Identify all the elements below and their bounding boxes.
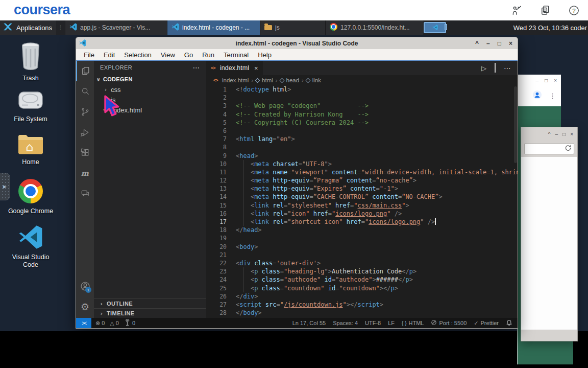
desktop-icon-trash[interactable]: Trash xyxy=(6,42,55,82)
line-number: 20 xyxy=(206,243,227,251)
code-editor[interactable]: 1<!doctype html>23<!-- Web page "codegen… xyxy=(206,85,518,318)
extensions-icon[interactable] xyxy=(76,143,94,163)
explorer-project-root[interactable]: ∨ CODEGEN xyxy=(94,74,206,84)
vscode-window-control[interactable]: × xyxy=(509,40,512,47)
explorer-more-actions[interactable]: ⋯ xyxy=(193,63,200,72)
remote-indicator[interactable]: >< xyxy=(76,318,91,328)
breadcrumb-separator: › xyxy=(302,77,304,83)
breadcrumb-index-html[interactable]: <>index.html xyxy=(213,77,249,83)
problems-errors[interactable]: ⊗ 0 xyxy=(95,320,105,327)
vscode-window-control[interactable]: – xyxy=(486,40,490,47)
vscode-icon xyxy=(18,225,43,251)
menu-view[interactable]: View xyxy=(156,50,180,60)
status-lf[interactable]: LF xyxy=(388,320,395,326)
menu-go[interactable]: Go xyxy=(180,50,198,60)
forwarded-ports[interactable]: 0 xyxy=(124,319,135,327)
desktop-icon-file-system[interactable]: File System xyxy=(6,90,55,123)
status-utf-8[interactable]: UTF-8 xyxy=(365,320,381,326)
help-icon[interactable]: ? xyxy=(568,4,580,16)
close-icon[interactable]: × xyxy=(254,64,258,72)
account-icon[interactable]: 1 xyxy=(76,276,94,296)
settings-gear-icon[interactable]: ⚙ xyxy=(76,296,94,317)
vscode-titlebar[interactable]: index.html - codegen - Visual Studio Cod… xyxy=(76,37,518,49)
menu-file[interactable]: File xyxy=(79,50,99,60)
vscode-window-control[interactable]: □ xyxy=(498,40,501,47)
taskbar-clock[interactable]: Wed 23 Oct, 10:36 coder xyxy=(513,20,587,35)
menu-selection[interactable]: Selection xyxy=(119,50,156,60)
svg-text:m: m xyxy=(81,169,89,177)
workspace-pager[interactable] xyxy=(424,22,446,33)
screen-panel-handle[interactable]: ▶ xyxy=(0,173,10,200)
tab-index-html[interactable]: <> index.html × xyxy=(206,61,263,75)
more-actions-button[interactable]: ⋯ xyxy=(504,63,511,73)
symbol-icon xyxy=(255,78,260,83)
secondary-window[interactable]: ^–□× xyxy=(521,127,578,341)
taskbar-window-app-js-scavenger-vis-[interactable]: app.js - Scavenger - Vis... xyxy=(65,20,167,35)
chrome-window-control[interactable]: – xyxy=(536,78,539,83)
address-field[interactable] xyxy=(524,143,574,154)
code-line-14: 14 <meta http-equiv=“CACHE-CONTROL” cont… xyxy=(206,193,518,201)
explorer-item-js[interactable]: ›js xyxy=(94,95,206,105)
line-number: 6 xyxy=(206,127,227,135)
chevron-down-icon: ∨ xyxy=(96,77,101,82)
status-prettier[interactable]: ✓Prettier xyxy=(474,320,499,327)
bell-icon xyxy=(506,319,512,327)
menu-edit[interactable]: Edit xyxy=(99,50,119,60)
chrome-menu-icon[interactable]: ⋮ xyxy=(549,92,556,100)
explorer-item-css[interactable]: ›css xyxy=(94,84,206,95)
breadcrumb-html[interactable]: html xyxy=(256,77,273,83)
line-number: 3 xyxy=(206,102,227,110)
taskbar-window-index-html-codegen-[interactable]: index.html - codegen - ... xyxy=(167,20,260,35)
status-port-5500[interactable]: Port : 5500 xyxy=(431,319,467,327)
circle-slash-icon xyxy=(431,319,437,327)
desktop-icon-google-chrome[interactable]: Google Chrome xyxy=(6,179,55,215)
documents-icon[interactable] xyxy=(539,4,551,16)
editor-scrollbar[interactable] xyxy=(514,86,517,163)
svg-text:⌂: ⌂ xyxy=(26,140,33,154)
secondary-window-statusbar xyxy=(521,330,577,341)
menu-help[interactable]: Help xyxy=(253,50,276,60)
status-bell-icon[interactable] xyxy=(506,319,512,327)
presenter-icon[interactable] xyxy=(510,4,523,16)
menu-terminal[interactable]: Terminal xyxy=(219,50,253,60)
secondary-window-control[interactable]: – xyxy=(555,131,558,137)
section-outline[interactable]: ›OUTLINE xyxy=(94,298,206,308)
explorer-item-index-html[interactable]: <>index.html xyxy=(94,105,206,115)
split-editor-button[interactable] xyxy=(495,63,496,73)
files-icon[interactable] xyxy=(76,61,94,81)
problems-warnings[interactable]: △ 0 xyxy=(110,320,119,327)
vscode-menubar: FileEditSelectionViewGoRunTerminalHelp xyxy=(76,49,518,60)
status-html[interactable]: { }HTML xyxy=(402,320,424,326)
chrome-window-control[interactable]: × xyxy=(554,78,557,83)
source-control-icon[interactable] xyxy=(76,102,94,122)
secondary-window-control[interactable]: □ xyxy=(562,131,566,137)
secondary-window-control[interactable]: ^ xyxy=(548,131,551,137)
indent-guide xyxy=(243,267,243,292)
taskbar-window-js[interactable]: js xyxy=(260,20,325,35)
vscode-window-control[interactable]: ^ xyxy=(475,40,479,47)
applications-menu-button[interactable]: Applications xyxy=(0,20,56,35)
status-spaces-4[interactable]: Spaces: 4 xyxy=(333,320,358,326)
vscode-window-controls: ^–□× xyxy=(475,37,512,49)
refresh-icon[interactable] xyxy=(565,144,572,153)
section-timeline[interactable]: ›TIMELINE xyxy=(94,308,206,318)
run-debug-icon[interactable] xyxy=(76,122,94,143)
status-ln-17-col-55[interactable]: Ln 17, Col 55 xyxy=(292,320,326,326)
search-icon[interactable] xyxy=(76,81,94,102)
desktop-icon-visual-studio-code[interactable]: Visual Studio Code xyxy=(6,225,55,269)
chrome-window-control[interactable]: □ xyxy=(545,78,548,83)
vscode-body: m1⚙ EXPLORER ⋯ ∨ CODEGEN ›css›js<>index.… xyxy=(76,60,518,318)
m-extension-icon[interactable]: m xyxy=(76,163,94,183)
menu-run[interactable]: Run xyxy=(198,50,219,60)
code-line-2: 2 xyxy=(206,94,518,102)
run-button[interactable]: ▷ xyxy=(481,63,486,73)
desktop-icon-home[interactable]: ⌂Home xyxy=(6,133,55,166)
secondary-window-control[interactable]: × xyxy=(570,131,573,137)
profile-avatar-icon[interactable] xyxy=(532,90,542,102)
breadcrumb-link[interactable]: link xyxy=(306,77,321,83)
line-number: 4 xyxy=(206,110,227,119)
chat-icon[interactable] xyxy=(76,183,94,204)
taskbar-window-127-0-0-1-5500-index-ht-[interactable]: 127.0.0.1:5500/index.ht... xyxy=(325,20,423,35)
breadcrumb-head[interactable]: head xyxy=(280,77,300,83)
code-line-25: 25 <p class="countdown" id="countdown"><… xyxy=(206,284,518,292)
